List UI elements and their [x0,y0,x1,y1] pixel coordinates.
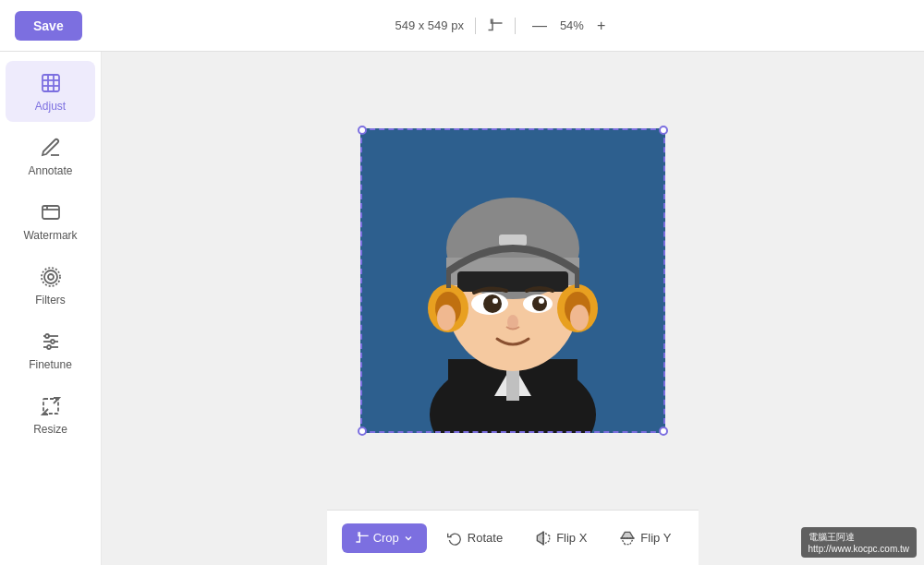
sidebar-label-adjust: Adjust [35,100,66,113]
svg-point-41 [437,305,456,331]
divider [475,18,476,34]
svg-point-8 [44,270,57,283]
svg-point-42 [570,305,589,331]
sidebar-item-filters[interactable]: Filters [6,255,95,316]
save-button[interactable]: Save [15,11,82,41]
adjust-icon [38,70,64,96]
flip-y-button[interactable]: Flip Y [607,523,684,553]
zoom-level: 54% [560,18,584,32]
svg-point-15 [47,345,51,349]
crop-icon [487,18,504,34]
sidebar-label-filters: Filters [35,294,66,307]
svg-point-7 [48,274,54,280]
svg-point-13 [45,334,49,338]
crop-label: Crop [373,531,399,545]
flip-y-icon [620,531,635,546]
image-container[interactable] [360,128,665,433]
finetune-icon [38,329,64,355]
flip-y-label: Flip Y [640,531,671,545]
avatar-svg [360,128,665,433]
svg-point-39 [539,298,544,304]
divider2 [515,18,516,34]
flip-x-label: Flip X [556,531,587,545]
svg-rect-27 [499,234,527,246]
svg-point-14 [51,340,55,343]
sidebar-label-watermark: Watermark [23,229,77,242]
dimensions-text: 549 x 549 px [395,18,463,32]
sidebar-label-resize: Resize [33,423,67,436]
crop-tool-icon [355,531,370,546]
rotate-label: Rotate [468,531,503,545]
svg-rect-0 [43,75,59,91]
sidebar: Adjust Annotate Watermark [0,52,102,565]
svg-point-36 [492,298,498,304]
bottom-toolbar: Crop Rotate Flip X [327,510,699,565]
zoom-out-button[interactable]: — [527,16,553,36]
crop-button[interactable]: Crop [342,523,427,553]
annotate-icon [38,135,64,161]
top-bar: Save 549 x 549 px — 54% + [0,0,924,52]
svg-point-35 [483,295,502,313]
sidebar-item-adjust[interactable]: Adjust [6,61,95,122]
flip-x-button[interactable]: Flip X [523,523,600,553]
sidebar-item-finetune[interactable]: Finetune [6,319,95,380]
canvas-area: Crop Rotate Flip X [102,52,924,565]
sidebar-label-annotate: Annotate [28,164,72,177]
resize-icon [38,393,64,419]
top-bar-center: 549 x 549 px — 54% + [97,16,909,36]
zoom-in-button[interactable]: + [591,16,611,36]
flip-x-icon [536,531,551,546]
sidebar-item-resize[interactable]: Resize [6,384,95,445]
chevron-down-icon [403,533,414,544]
sidebar-item-annotate[interactable]: Annotate [6,126,95,186]
svg-rect-5 [43,206,59,219]
zoom-controls: — 54% + [527,16,611,36]
canvas-wrapper [102,52,924,510]
rotate-button[interactable]: Rotate [434,523,516,553]
sidebar-label-finetune: Finetune [29,358,72,371]
rotate-icon [447,531,462,546]
main-content: Adjust Annotate Watermark [0,52,924,565]
svg-point-38 [532,296,547,311]
watermark-icon [38,199,64,225]
avatar-image [360,128,665,433]
filters-icon [38,264,64,290]
sidebar-item-watermark[interactable]: Watermark [6,190,95,251]
